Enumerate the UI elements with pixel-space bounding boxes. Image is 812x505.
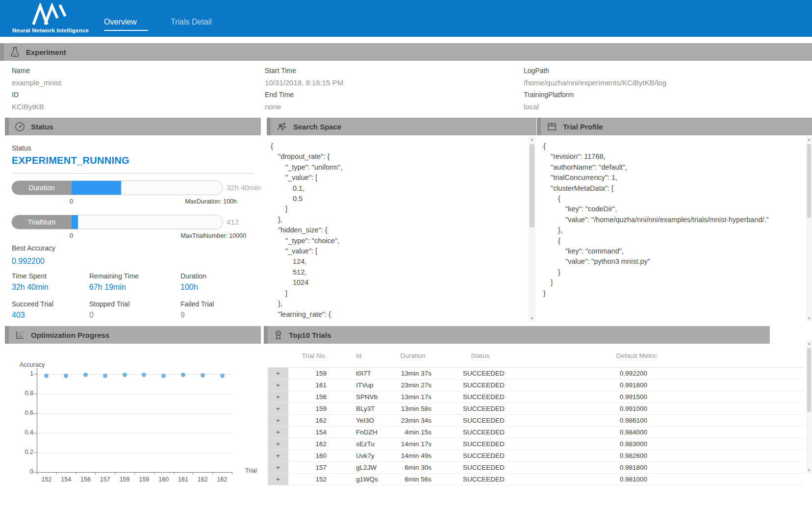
x-tick xyxy=(37,472,37,475)
json-line: ] xyxy=(271,288,526,299)
duration-bar-max: MaxDuration: 100h xyxy=(139,198,237,205)
expand-row-button[interactable]: + xyxy=(268,379,288,391)
expand-row-button[interactable]: + xyxy=(268,438,288,450)
trial-id-cell: YeI3O xyxy=(330,414,392,426)
default-metric-cell: 0.982600 xyxy=(541,450,804,461)
top10-trials-table: Trial No. Id Duration Status Default Met… xyxy=(268,345,804,485)
status-cell: SUCCEEDED xyxy=(433,391,541,403)
y-axis-line xyxy=(37,368,37,473)
status-stat-cell: Stopped Trial0 xyxy=(89,300,168,320)
duration-cell: 6min 56s xyxy=(392,473,433,485)
experiment-section-title: Experiment xyxy=(26,48,66,56)
y-axis-title: Accuracy xyxy=(20,361,45,368)
expand-row-button[interactable]: + xyxy=(268,450,288,461)
trialnum-bar-label: TrialNum xyxy=(12,215,72,229)
trial-profile-section-title: Trial Profile xyxy=(563,123,603,131)
y-tick xyxy=(34,433,37,433)
json-line: ] xyxy=(543,278,804,288)
scroll-up-icon[interactable]: ▲ xyxy=(806,341,812,346)
table-row: +159t0I7T13min 37sSUCCEEDED0.992200 xyxy=(268,367,804,379)
expand-row-button[interactable]: + xyxy=(268,367,288,379)
trial-id-cell: sEzTu xyxy=(330,438,392,450)
trial-id-cell: t0I7T xyxy=(330,367,392,379)
y-tick xyxy=(34,413,37,414)
trial-id-cell: gL2JW xyxy=(330,461,392,473)
status-cell: SUCCEEDED xyxy=(433,473,541,485)
scrollbar-thumb[interactable] xyxy=(807,348,811,412)
table-row: +162YeI3O23min 34sSUCCEEDED0.986100 xyxy=(268,414,804,426)
scroll-up-icon[interactable]: ▲ xyxy=(806,137,812,142)
trial-id-cell: BLy3T xyxy=(330,403,392,414)
scroll-down-icon[interactable]: ▼ xyxy=(806,468,812,473)
experiment-column-2: Start Time10/31/2018, 8:16:15 PMEnd Time… xyxy=(265,65,343,113)
expand-row-button[interactable]: + xyxy=(268,473,288,485)
expand-row-button[interactable]: + xyxy=(268,461,288,473)
optimization-section-title: Optimization Progress xyxy=(31,331,109,339)
json-line: }, xyxy=(543,225,804,235)
tab-trials-detail[interactable]: Trials Detail xyxy=(171,18,212,26)
best-accuracy-value: 0.992200 xyxy=(12,257,45,266)
json-line: } xyxy=(543,288,804,299)
json-line: 0.5 xyxy=(271,194,526,204)
scrollbar-thumb[interactable] xyxy=(530,144,534,227)
json-line: "hidden_size": { xyxy=(271,225,526,235)
default-metric-cell: 0.981000 xyxy=(541,473,804,485)
y-tick xyxy=(34,394,37,394)
json-line: "trialConcurrency": 1, xyxy=(543,173,804,183)
duration-cell: 4min 15s xyxy=(392,426,433,438)
trial-no-cell: 157 xyxy=(288,461,330,473)
network-icon xyxy=(277,122,287,132)
table-row: +152g1WQs6min 56sSUCCEEDED0.981000 xyxy=(268,473,804,485)
scroll-up-icon[interactable]: ▲ xyxy=(529,137,535,142)
expand-row-button[interactable]: + xyxy=(268,391,288,403)
status-section-header: Status xyxy=(5,118,261,135)
x-tick xyxy=(56,472,57,475)
flask-icon xyxy=(10,47,20,57)
status-stat-cell: Failed Trial9 xyxy=(180,300,259,320)
logo-title: Neural Network Intelligence xyxy=(10,27,91,33)
x-tick-label: 161 xyxy=(173,476,194,483)
experiment-field-value: example_mnist xyxy=(12,77,61,89)
scroll-down-icon[interactable]: ▼ xyxy=(529,316,535,321)
y-tick xyxy=(34,453,37,453)
scatter-plot-icon xyxy=(15,330,25,340)
status-cell: SUCCEEDED xyxy=(433,450,541,461)
trial-no-cell: 160 xyxy=(288,450,330,461)
divider xyxy=(12,173,254,174)
expand-row-button[interactable]: + xyxy=(268,403,288,414)
json-line: } xyxy=(543,267,804,278)
search-space-scrollbar[interactable]: ▲ ▼ xyxy=(529,136,535,322)
table-row: +156SPNVb13min 17sSUCCEEDED0.991500 xyxy=(268,391,804,403)
trial-no-cell: 159 xyxy=(288,403,330,414)
duration-bar-min: 0 xyxy=(70,198,73,205)
stat-value: 9 xyxy=(180,311,259,320)
experiment-field-value: KCiBytKB xyxy=(12,101,61,113)
json-line: "_type": "uniform", xyxy=(271,162,526,173)
x-tick xyxy=(212,472,213,475)
y-tick-label: 0.8 xyxy=(19,390,33,397)
json-line: { xyxy=(271,141,526,152)
tab-overview[interactable]: Overview xyxy=(104,18,137,26)
expand-row-button[interactable]: + xyxy=(268,414,288,426)
stat-label: Stopped Trial xyxy=(89,300,168,308)
trialnum-bar-value: 412 xyxy=(227,218,239,226)
x-tick xyxy=(154,472,154,475)
experiment-field-label: ID xyxy=(12,89,61,101)
trial-id-cell: FnDZH xyxy=(330,426,392,438)
scroll-down-icon[interactable]: ▼ xyxy=(806,316,812,321)
status-stat-cell: Succeed Trial403 xyxy=(12,300,90,320)
top10-scrollbar[interactable]: ▲ ▼ xyxy=(806,340,812,474)
table-row: +157gL2JW6min 30sSUCCEEDED0.981800 xyxy=(268,461,804,473)
top10-section-header: Top10 Trials xyxy=(264,326,770,344)
table-row: +159BLy3T13min 58sSUCCEEDED0.991000 xyxy=(268,403,804,414)
stat-value: 403 xyxy=(12,311,90,320)
duration-cell: 14min 49s xyxy=(392,450,433,461)
trial-profile-scrollbar[interactable]: ▲ ▼ xyxy=(806,136,812,322)
scrollbar-thumb[interactable] xyxy=(807,144,811,218)
nni-logo-icon xyxy=(30,3,72,25)
table-row: +162sEzTu14min 17sSUCCEEDED0.983000 xyxy=(268,438,804,450)
json-line: 512, xyxy=(271,267,526,278)
x-tick xyxy=(232,472,232,475)
expand-row-button[interactable]: + xyxy=(268,426,288,438)
status-stat-cell: Remaining Time67h 19min xyxy=(89,272,168,292)
